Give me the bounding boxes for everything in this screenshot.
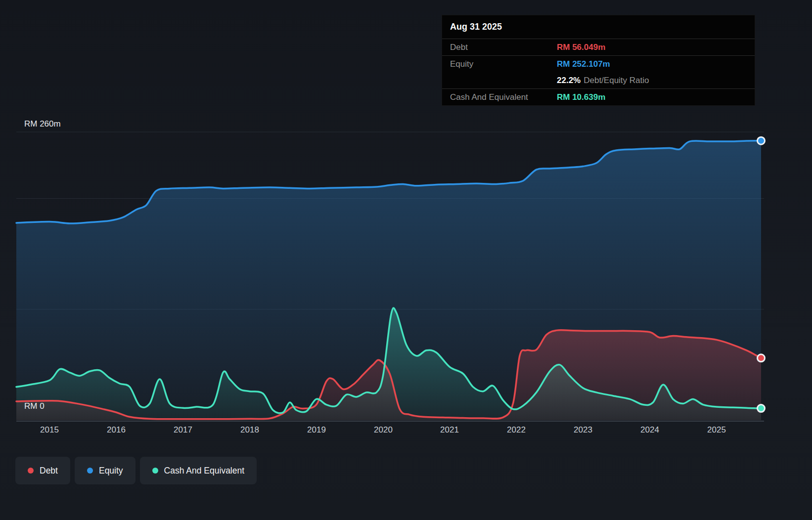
legend-color-dot-icon <box>87 468 93 474</box>
chart-tooltip: Aug 31 2025 Debt RM 56.049m Equity RM 25… <box>442 15 755 106</box>
tooltip-equity-row: Equity RM 252.107m <box>442 56 755 72</box>
legend-item-equity[interactable]: Equity <box>75 457 135 484</box>
x-axis-tick: 2024 <box>635 425 665 435</box>
tooltip-debt-label: Debt <box>450 43 557 52</box>
tooltip-cash-value: RM 10.639m <box>557 92 605 102</box>
y-axis-zero-label: RM 0 <box>24 401 45 411</box>
page-background: RM 260m RM 0 201520162017201820192020202… <box>0 0 812 520</box>
x-axis: 2015201620172018201920202021202220232024… <box>0 425 812 437</box>
legend-item-label: Cash And Equivalent <box>164 466 244 476</box>
x-axis-tick: 2015 <box>35 425 64 435</box>
legend-item-label: Debt <box>40 466 58 476</box>
legend-item-debt[interactable]: Debt <box>15 457 70 484</box>
x-axis-tick: 2020 <box>368 425 398 435</box>
legend-color-dot-icon <box>152 468 158 474</box>
y-axis-max-label: RM 260m <box>24 119 61 129</box>
x-axis-tick: 2025 <box>702 425 731 435</box>
tooltip-cash-row: Cash And Equivalent RM 10.639m <box>442 89 755 105</box>
tooltip-equity-value: RM 252.107m <box>557 59 610 69</box>
x-axis-tick: 2022 <box>501 425 531 435</box>
tooltip-date: Aug 31 2025 <box>442 15 755 39</box>
tooltip-ratio-value: 22.2% <box>557 76 581 85</box>
tooltip-ratio-row: 22.2%Debt/Equity Ratio <box>442 72 755 89</box>
tooltip-cash-label: Cash And Equivalent <box>450 92 557 102</box>
x-axis-tick: 2021 <box>435 425 464 435</box>
x-axis-tick: 2016 <box>101 425 131 435</box>
tooltip-debt-value: RM 56.049m <box>557 43 605 52</box>
legend-item-label: Equity <box>99 466 123 476</box>
x-axis-tick: 2017 <box>168 425 198 435</box>
x-axis-tick: 2019 <box>302 425 331 435</box>
tooltip-equity-label: Equity <box>450 59 557 69</box>
legend-item-cash-and-equivalent[interactable]: Cash And Equivalent <box>140 457 257 484</box>
tooltip-ratio-label: Debt/Equity Ratio <box>584 76 649 85</box>
chart-legend: DebtEquityCash And Equivalent <box>15 457 257 484</box>
legend-color-dot-icon <box>28 468 34 474</box>
tooltip-debt-row: Debt RM 56.049m <box>442 39 755 56</box>
x-axis-tick: 2023 <box>568 425 598 435</box>
x-axis-tick: 2018 <box>235 425 265 435</box>
